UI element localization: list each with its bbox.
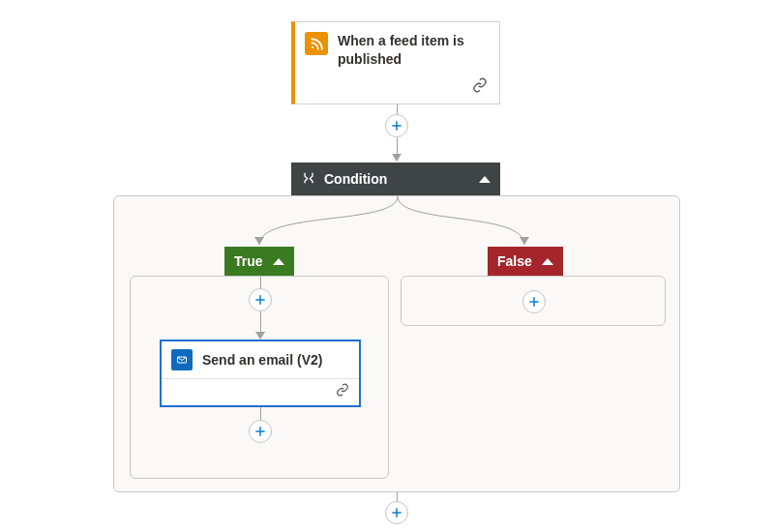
condition-icon (301, 170, 316, 189)
branch-connector (114, 196, 681, 274)
add-step-button[interactable] (249, 288, 272, 311)
arrow-head-icon (392, 154, 402, 162)
connector-line (260, 311, 261, 333)
add-step-button[interactable] (385, 501, 408, 524)
svg-marker-3 (254, 237, 264, 245)
rss-icon (305, 32, 328, 55)
chevron-up-icon (273, 258, 284, 265)
trigger-title: When a feed item is published (338, 32, 488, 69)
svg-point-0 (312, 46, 313, 48)
link-icon (472, 77, 488, 96)
branch-chip-true[interactable]: True (224, 247, 294, 276)
chevron-up-icon (542, 258, 553, 265)
branch-box-true: Send an email (V2) (130, 276, 389, 479)
chevron-up-icon (479, 176, 491, 183)
condition-container: True False (113, 195, 680, 492)
condition-header[interactable]: Condition (291, 163, 500, 195)
add-step-button[interactable] (385, 114, 408, 137)
connector-line (397, 137, 398, 155)
action-title: Send an email (V2) (202, 352, 322, 368)
outlook-icon (171, 349, 193, 370)
condition-title: Condition (324, 171, 479, 187)
action-card-send-email[interactable]: Send an email (V2) (160, 340, 361, 407)
trigger-card[interactable]: When a feed item is published (291, 21, 500, 104)
branch-false-label: False (497, 253, 532, 269)
flow-canvas: When a feed item is published Condition (0, 0, 774, 532)
arrow-head-icon (255, 332, 265, 340)
link-icon (336, 383, 349, 399)
branch-chip-false[interactable]: False (488, 247, 563, 276)
svg-marker-4 (520, 237, 529, 245)
branch-box-false (401, 276, 666, 326)
connector-line (260, 407, 261, 421)
add-step-button[interactable] (522, 290, 546, 313)
branch-true-label: True (234, 253, 263, 269)
add-step-button[interactable] (249, 420, 272, 443)
